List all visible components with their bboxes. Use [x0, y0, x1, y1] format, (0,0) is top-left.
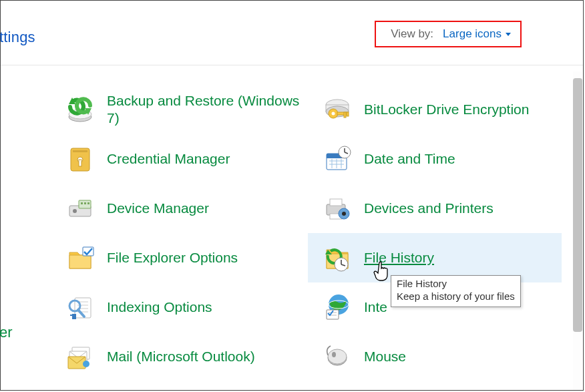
item-bitlocker[interactable]: BitLocker Drive Encryption [308, 85, 562, 134]
mouse-icon [323, 342, 352, 371]
item-indexing-options[interactable]: Indexing Options [51, 282, 308, 332]
item-mail[interactable]: Mail (Microsoft Outlook) [51, 332, 308, 381]
item-devices-printers[interactable]: Devices and Printers [308, 184, 562, 233]
credential-manager-icon [65, 144, 95, 174]
item-credential-manager[interactable]: Credential Manager [51, 134, 308, 184]
svg-point-37 [342, 212, 346, 216]
item-label: Credential Manager [107, 150, 230, 168]
svg-point-61 [328, 349, 347, 364]
viewby-value-text: Large icons [443, 27, 502, 41]
item-label: Inte [364, 299, 387, 316]
left-cut-fragment: er [0, 324, 13, 341]
item-label: Device Manager [107, 200, 209, 217]
svg-rect-32 [87, 202, 89, 204]
item-label: BitLocker Drive Encryption [364, 101, 529, 118]
svg-point-28 [73, 209, 77, 213]
file-history-icon [323, 243, 352, 272]
svg-rect-31 [84, 202, 86, 204]
item-device-manager[interactable]: Device Manager [51, 184, 308, 233]
item-label: Mail (Microsoft Outlook) [107, 348, 255, 365]
viewby-label: View by: [391, 27, 433, 41]
devices-printers-icon [323, 194, 352, 223]
scrollbar-track[interactable] [573, 71, 582, 390]
control-panel-grid: Backup and Restore (Windows 7) [51, 85, 563, 390]
svg-point-62 [332, 352, 336, 357]
device-manager-icon [65, 194, 95, 223]
item-label: Indexing Options [107, 299, 212, 316]
item-date-time[interactable]: Date and Time [308, 134, 562, 184]
svg-rect-34 [330, 199, 342, 206]
header-bar: ttings View by: Large icons [1, 1, 583, 65]
file-explorer-options-icon [65, 243, 95, 272]
svg-rect-30 [81, 202, 83, 204]
item-label: File History [364, 249, 434, 266]
item-backup-restore[interactable]: Backup and Restore (Windows 7) [51, 85, 308, 134]
tooltip: File History Keep a history of your file… [391, 275, 521, 307]
svg-rect-10 [344, 112, 346, 118]
item-label: Date and Time [364, 150, 455, 168]
tooltip-desc: Keep a history of your files [397, 290, 515, 303]
mail-icon [65, 342, 95, 371]
bitlocker-icon [323, 95, 352, 124]
internet-options-icon [323, 292, 352, 322]
svg-rect-11 [347, 112, 349, 116]
scrollbar-thumb[interactable] [573, 78, 582, 332]
item-label: Mouse [364, 348, 406, 365]
item-label: Backup and Restore (Windows 7) [107, 92, 308, 128]
svg-point-59 [83, 361, 89, 367]
svg-rect-15 [79, 160, 81, 166]
item-label: Devices and Printers [364, 200, 494, 217]
tooltip-title: File History [397, 278, 515, 290]
svg-rect-16 [73, 150, 87, 152]
page-title-fragment: ttings [0, 29, 35, 46]
backup-restore-icon [65, 95, 95, 124]
item-file-explorer-options[interactable]: File Explorer Options [51, 233, 308, 282]
item-mouse[interactable]: Mouse [308, 332, 562, 381]
chevron-down-icon [506, 33, 511, 36]
viewby-highlight: View by: Large icons [375, 21, 522, 47]
body: er Backup and Restore [1, 65, 583, 390]
indexing-options-icon [65, 292, 95, 322]
svg-point-8 [332, 112, 335, 116]
date-time-icon [323, 144, 352, 174]
item-label: File Explorer Options [107, 249, 238, 266]
viewby-dropdown[interactable]: Large icons [443, 27, 511, 41]
